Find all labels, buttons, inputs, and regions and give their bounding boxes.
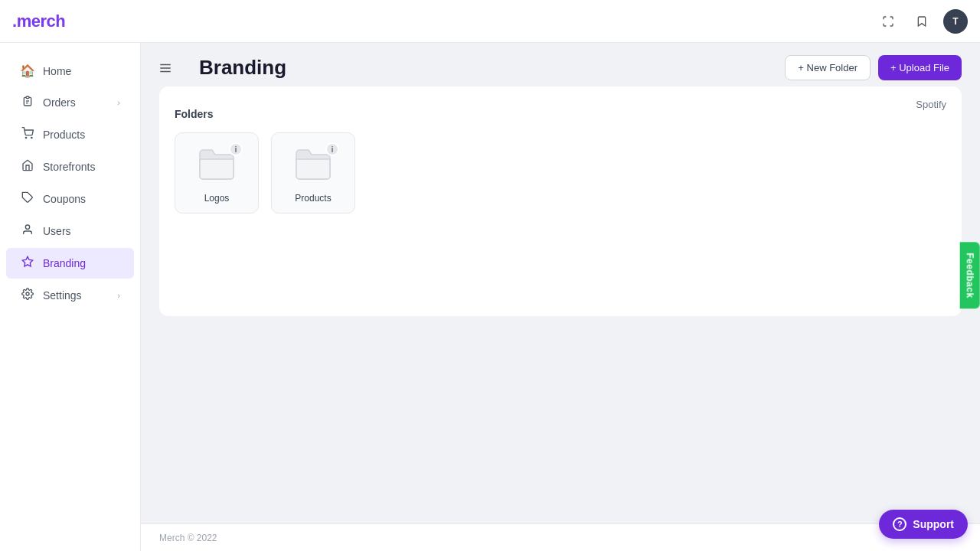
- products-icon: [20, 127, 35, 142]
- logos-info-badge[interactable]: i: [229, 142, 243, 156]
- products-info-badge[interactable]: i: [325, 142, 339, 156]
- logo[interactable]: .merch: [12, 11, 65, 31]
- sidebar-item-label: Home: [43, 65, 71, 77]
- folders-grid: i Logos i: [175, 132, 946, 214]
- folder-products[interactable]: i Products: [271, 132, 355, 214]
- support-icon: ?: [893, 517, 906, 531]
- footer-text: Merch © 2022: [159, 533, 217, 543]
- sidebar-item-storefronts[interactable]: Storefronts: [6, 152, 134, 182]
- sidebar-item-label: Settings: [43, 289, 82, 302]
- orders-icon: [20, 95, 35, 110]
- coupons-icon: [20, 191, 35, 207]
- sidebar-item-label: Products: [43, 129, 85, 141]
- home-icon: 🏠: [20, 64, 35, 78]
- upload-file-button[interactable]: + Upload File: [878, 55, 962, 80]
- folder-products-name: Products: [295, 193, 331, 204]
- settings-icon: [20, 288, 35, 303]
- folder-icon-wrapper-products: i: [293, 145, 333, 185]
- sidebar: 🏠 Home Orders › Products Storefronts: [0, 43, 141, 551]
- svg-rect-0: [26, 96, 29, 99]
- logo-text: merch: [17, 11, 66, 31]
- svg-point-3: [25, 137, 26, 138]
- sidebar-item-label: Coupons: [43, 193, 86, 205]
- sidebar-item-label: Branding: [43, 257, 86, 269]
- expand-icon[interactable]: [876, 9, 900, 34]
- sidebar-item-products[interactable]: Products: [6, 119, 134, 150]
- topbar: .merch T: [0, 0, 980, 43]
- storefronts-icon: [20, 159, 35, 174]
- folder-logos[interactable]: i Logos: [175, 132, 259, 214]
- new-folder-button[interactable]: + New Folder: [785, 55, 871, 80]
- support-button[interactable]: ? Support: [879, 510, 968, 539]
- topbar-left: .merch: [12, 11, 65, 31]
- branding-icon: [20, 256, 35, 271]
- users-icon: [20, 223, 35, 239]
- support-label: Support: [913, 518, 954, 530]
- sidebar-item-label: Storefronts: [43, 161, 95, 173]
- svg-point-6: [25, 225, 29, 229]
- folders-section-label: Folders: [175, 108, 946, 120]
- sidebar-item-branding[interactable]: Branding: [6, 248, 134, 279]
- content-area: Spotify Folders i: [141, 86, 980, 523]
- feedback-tab[interactable]: Feedback: [959, 242, 979, 308]
- sidebar-item-users[interactable]: Users: [6, 216, 134, 246]
- footer: Merch © 2022: [141, 523, 980, 551]
- chevron-right-icon: ›: [117, 98, 120, 107]
- sidebar-item-orders[interactable]: Orders ›: [6, 87, 134, 118]
- sidebar-item-label: Orders: [43, 96, 76, 109]
- avatar[interactable]: T: [943, 9, 968, 34]
- folder-icon-wrapper: i: [197, 145, 237, 185]
- hamburger-button[interactable]: [153, 56, 178, 80]
- svg-point-4: [31, 137, 32, 138]
- svg-point-8: [26, 292, 29, 295]
- main-content: Branding + New Folder + Upload File Spot…: [141, 43, 980, 551]
- sidebar-item-coupons[interactable]: Coupons: [6, 184, 134, 214]
- spotify-label: Spotify: [916, 99, 946, 110]
- sidebar-item-settings[interactable]: Settings ›: [6, 280, 134, 311]
- page-title: Branding: [199, 56, 286, 80]
- chevron-right-icon: ›: [117, 291, 120, 300]
- topbar-right: T: [876, 9, 968, 34]
- layout: 🏠 Home Orders › Products Storefronts: [0, 43, 980, 551]
- svg-marker-7: [22, 256, 32, 266]
- bookmark-icon[interactable]: [910, 9, 934, 34]
- content-card: Spotify Folders i: [159, 86, 962, 316]
- sidebar-item-home[interactable]: 🏠 Home: [6, 56, 134, 86]
- folder-logos-name: Logos: [204, 193, 230, 204]
- folders-section: Folders i Logos: [175, 102, 946, 226]
- sidebar-item-label: Users: [43, 225, 71, 237]
